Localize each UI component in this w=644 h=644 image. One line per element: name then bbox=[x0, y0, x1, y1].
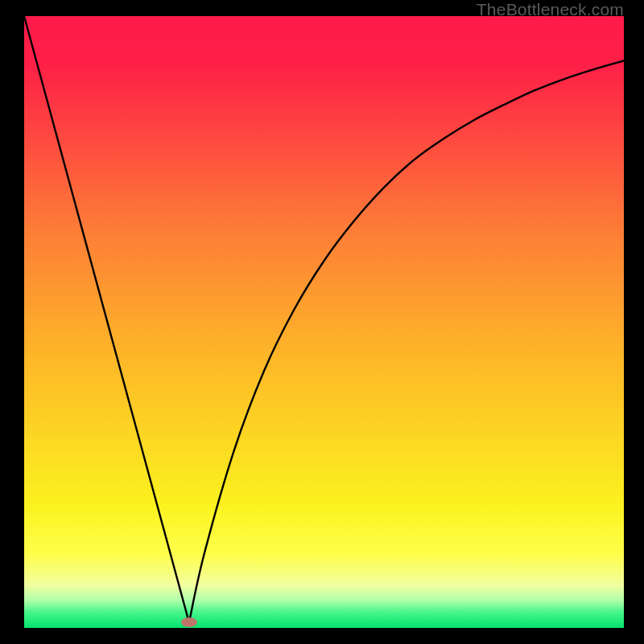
optimum-marker bbox=[181, 617, 197, 627]
watermark-text: TheBottleneck.com bbox=[477, 0, 624, 19]
bottleneck-curve bbox=[24, 16, 624, 628]
plot-area bbox=[24, 16, 624, 628]
chart-frame: TheBottleneck.com bbox=[0, 0, 644, 644]
